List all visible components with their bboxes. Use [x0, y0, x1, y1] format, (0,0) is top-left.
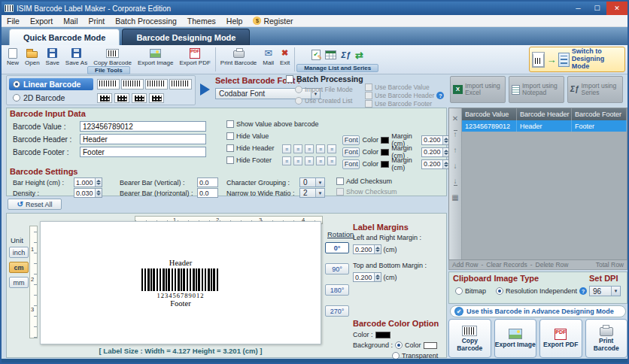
- 2d-barcode-style-icon[interactable]: [114, 93, 129, 103]
- dpi-dropdown[interactable]: 96 ▼: [589, 286, 621, 296]
- header-color-swatch[interactable]: [381, 149, 389, 156]
- use-barcode-header-checkbox[interactable]: Use Barcode Header ?: [365, 92, 444, 99]
- advance-designing-link[interactable]: ✔ Use this Barcode in Advance Designing …: [450, 305, 626, 317]
- rotation-270-button[interactable]: 270°: [325, 305, 349, 317]
- delete-record-icon[interactable]: ✕: [452, 114, 458, 123]
- exit-button[interactable]: Exit: [277, 46, 293, 73]
- footer-margin-spinner[interactable]: 0.200: [421, 159, 450, 169]
- menu-help[interactable]: Help: [221, 17, 248, 26]
- hide-value-checkbox[interactable]: Hide Value: [226, 132, 269, 140]
- header-align-right-icon[interactable]: ≡: [305, 144, 314, 153]
- bar-height-spinner[interactable]: 1.000: [74, 177, 102, 187]
- spinner-arrows-icon[interactable]: [374, 273, 381, 281]
- unit-inch-button[interactable]: inch: [9, 247, 29, 258]
- export-image-action-button[interactable]: Export Image: [494, 319, 537, 358]
- linear-barcode-style-icon[interactable]: [121, 79, 144, 89]
- barcode-value-input[interactable]: [80, 121, 206, 132]
- header-font-button[interactable]: Font: [342, 147, 360, 157]
- import-notepad-button[interactable]: Import using Notepad: [509, 76, 564, 103]
- barcode-color-swatch[interactable]: [375, 332, 390, 338]
- import-file-mode-radio[interactable]: Import File Mode: [295, 86, 353, 93]
- edit-list-icon[interactable]: [311, 50, 321, 61]
- linear-barcode-style-icon[interactable]: [145, 79, 168, 89]
- maximize-button[interactable]: ☐: [588, 2, 606, 15]
- menu-file[interactable]: File: [2, 17, 25, 26]
- move-last-icon[interactable]: ↓: [454, 177, 457, 186]
- rotation-0-button[interactable]: 0°: [325, 242, 349, 253]
- new-button[interactable]: New: [4, 46, 22, 66]
- menu-mail[interactable]: Mail: [58, 17, 83, 26]
- help-icon[interactable]: ?: [579, 287, 587, 295]
- add-checksum-checkbox[interactable]: Add Checksum: [336, 177, 392, 185]
- save-as-button[interactable]: Save As: [62, 46, 90, 66]
- rotation-180-button[interactable]: 180°: [325, 284, 349, 296]
- use-barcode-footer-checkbox[interactable]: Use Barcode Footer: [365, 100, 432, 108]
- barcode-footer-input[interactable]: [80, 147, 206, 157]
- resolution-independent-radio[interactable]: Resolution Independent ?: [496, 287, 587, 295]
- export-grid-icon[interactable]: ▦: [451, 193, 458, 202]
- open-button[interactable]: Open: [22, 46, 43, 66]
- spinner-arrows-icon[interactable]: [374, 245, 381, 253]
- help-icon[interactable]: ?: [436, 92, 444, 99]
- footer-position-top-icon[interactable]: ≡: [316, 156, 325, 165]
- spinner-arrows-icon[interactable]: [95, 189, 102, 197]
- sync-arrows-icon[interactable]: [355, 50, 363, 61]
- unit-cm-button[interactable]: cm: [9, 262, 29, 273]
- minimize-button[interactable]: ─: [569, 2, 588, 15]
- footer-color-swatch[interactable]: [381, 161, 389, 168]
- table-row[interactable]: 123456789012 Header Footer: [462, 120, 627, 132]
- menu-print[interactable]: Print: [84, 17, 111, 26]
- move-down-icon[interactable]: ↓: [454, 162, 457, 170]
- header-align-left-icon[interactable]: ≡: [282, 144, 291, 153]
- import-excel-button[interactable]: X Import using Excel: [450, 76, 506, 103]
- tab-quick-barcode-mode[interactable]: Quick Barcode Mode: [9, 29, 120, 45]
- hide-footer-checkbox[interactable]: Hide Footer: [226, 156, 272, 164]
- print-barcode-action-button[interactable]: Print Barcode: [585, 319, 628, 358]
- use-barcode-value-checkbox[interactable]: Use Barcode Value: [365, 83, 430, 91]
- footer-align-left-icon[interactable]: ≡: [282, 156, 291, 165]
- char-grouping-dropdown[interactable]: 0 ▼: [299, 177, 325, 187]
- background-color-swatch[interactable]: [424, 342, 437, 349]
- col-barcode-header[interactable]: Barcode Header: [517, 108, 572, 120]
- menu-register[interactable]: $ Register: [248, 17, 298, 26]
- menu-batch-processing[interactable]: Batch Processing: [110, 17, 182, 26]
- menu-themes[interactable]: Themes: [182, 17, 221, 26]
- lr-margin-spinner[interactable]: 0.200: [353, 244, 381, 254]
- reset-all-button[interactable]: Reset All: [8, 199, 62, 210]
- linear-barcode-radio[interactable]: Linear Barcode: [9, 78, 93, 90]
- close-button[interactable]: ✕: [606, 2, 627, 15]
- clear-records-link[interactable]: Clear Records: [486, 261, 527, 268]
- print-barcode-button[interactable]: Print Barcode: [217, 46, 260, 73]
- import-series-button[interactable]: Import using Series: [567, 76, 623, 103]
- header-margin-spinner[interactable]: 0.200: [421, 147, 450, 157]
- col-barcode-value[interactable]: Barcode Value: [462, 108, 517, 120]
- export-image-button[interactable]: Export Image: [135, 46, 177, 66]
- bearer-horizontal-input[interactable]: 0.0: [197, 188, 218, 198]
- copy-barcode-button[interactable]: Copy Barcode: [90, 46, 135, 66]
- mail-button[interactable]: Mail: [260, 46, 277, 73]
- 2d-barcode-radio[interactable]: 2D Barcode: [13, 93, 65, 102]
- 2d-barcode-style-icon[interactable]: [132, 93, 147, 103]
- unit-mm-button[interactable]: mm: [9, 277, 29, 288]
- 2d-barcode-style-icon[interactable]: [97, 93, 112, 103]
- move-up-icon[interactable]: ↑: [454, 146, 457, 154]
- bearer-vertical-input[interactable]: 0.0: [197, 177, 218, 187]
- switch-to-designing-mode-button[interactable]: → Switch to Designing Mode: [529, 47, 625, 72]
- spinner-arrows-icon[interactable]: [95, 178, 102, 187]
- tb-margin-spinner[interactable]: 0.200: [353, 272, 381, 282]
- tab-barcode-designing-mode[interactable]: Barcode Designing Mode: [122, 29, 250, 45]
- density-spinner[interactable]: 0.030: [74, 188, 102, 198]
- header-position-top-icon[interactable]: ≡: [316, 144, 325, 153]
- background-color-radio[interactable]: [395, 341, 403, 349]
- value-margin-spinner[interactable]: 0.200: [421, 135, 450, 145]
- linear-barcode-style-icon[interactable]: [97, 79, 120, 89]
- col-barcode-footer[interactable]: Barcode Footer: [572, 108, 627, 120]
- export-pdf-button[interactable]: Export PDF: [176, 46, 213, 66]
- delete-row-link[interactable]: Delete Row: [536, 261, 569, 268]
- footer-font-button[interactable]: Font: [342, 159, 360, 169]
- header-align-center-icon[interactable]: ≡: [293, 144, 302, 153]
- rotation-90-button[interactable]: 90°: [325, 263, 349, 275]
- show-checksum-checkbox[interactable]: Show Checksum: [336, 188, 397, 196]
- footer-align-center-icon[interactable]: ≡: [293, 156, 302, 165]
- value-font-button[interactable]: Font: [342, 135, 360, 145]
